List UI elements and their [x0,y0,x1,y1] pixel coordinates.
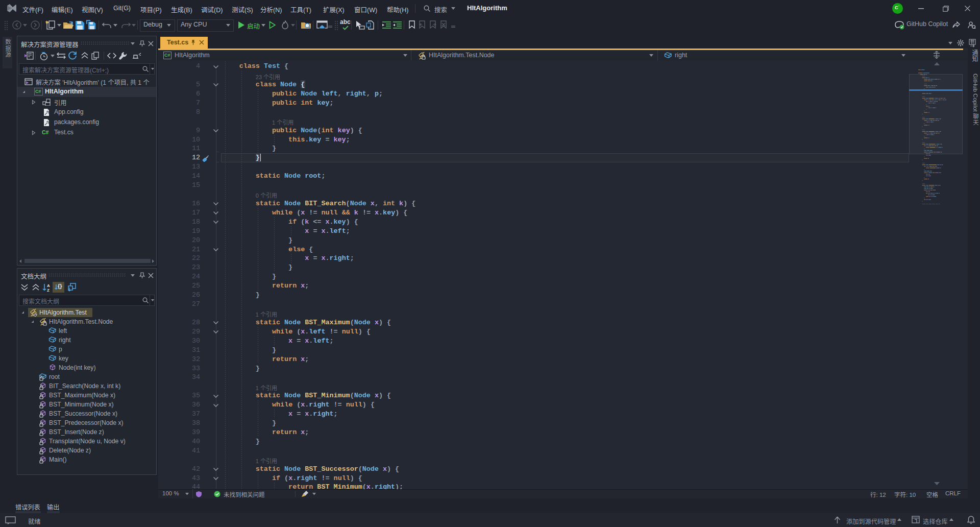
svg-text:Z: Z [47,288,50,292]
svg-text:A: A [47,283,50,288]
